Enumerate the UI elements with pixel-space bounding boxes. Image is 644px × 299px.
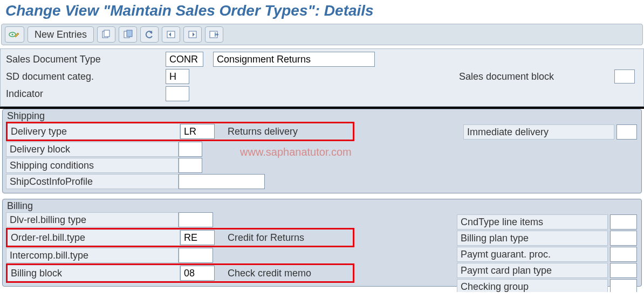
delivery-type-label: Delivery type [8, 124, 180, 139]
paymt-guarant-proc-input[interactable] [610, 247, 637, 262]
undo-button[interactable] [140, 26, 159, 43]
shipping-conditions-input[interactable] [179, 158, 202, 173]
immediate-delivery-input[interactable] [616, 124, 637, 140]
shipping-section-title: Shipping [3, 109, 641, 122]
previous-entry-button[interactable] [162, 26, 180, 43]
sales-doc-type-code-input[interactable] [166, 52, 203, 67]
billing-section-title: Billing [3, 199, 641, 212]
shipping-conditions-label: Shipping conditions [6, 158, 179, 173]
sales-doc-block-label: Sales document block [459, 71, 610, 82]
checking-group-input[interactable] [610, 279, 637, 292]
page-title: Change View "Maintain Sales Order Types"… [0, 0, 644, 24]
paymt-card-plan-type-input[interactable] [610, 263, 637, 278]
header-block: Sales Document Type SD document categ. S… [0, 48, 644, 107]
dlv-rel-bill-type-label: Dlv-rel.billing type [6, 212, 179, 227]
delete-button[interactable] [119, 26, 137, 43]
paymt-guarant-proc-label: Paymt guarant. proc. [457, 247, 608, 262]
delivery-block-input[interactable] [179, 142, 202, 157]
sd-doc-categ-input[interactable] [166, 69, 189, 84]
immediate-delivery-label: Immediate delivery [463, 124, 614, 140]
billing-block-label: Billing block [8, 266, 180, 281]
cndtype-line-items-label: CndType line items [457, 214, 608, 230]
delivery-type-desc: Returns delivery [224, 126, 301, 137]
billing-section: Billing Dlv-rel.billing type Order-rel.b… [2, 199, 642, 287]
intercomp-bill-type-input[interactable] [179, 248, 213, 263]
indicator-label: Indicator [4, 88, 166, 100]
order-rel-bill-type-label: Order-rel.bill.type [8, 230, 180, 245]
sd-doc-categ-label: SD document categ. [4, 71, 166, 82]
shipcost-profile-label: ShipCostInfoProfile [6, 174, 179, 189]
sales-doc-block-input[interactable] [614, 69, 635, 84]
other-entry-button[interactable] [205, 26, 223, 43]
order-rel-bill-type-input[interactable] [180, 230, 215, 245]
sales-doc-type-label: Sales Document Type [4, 54, 166, 65]
delivery-type-input[interactable] [180, 124, 215, 139]
order-rel-bill-type-desc: Credit for Returns [224, 232, 307, 244]
toolbar: New Entries [1, 24, 643, 45]
delivery-block-label: Delivery block [6, 142, 179, 157]
paymt-card-plan-type-label: Paymt card plan type [457, 263, 608, 278]
intercomp-bill-type-label: Intercomp.bill.type [6, 248, 179, 263]
indicator-input[interactable] [166, 86, 189, 101]
shipcost-profile-input[interactable] [179, 174, 265, 189]
cndtype-line-items-input[interactable] [610, 214, 637, 230]
svg-rect-5 [127, 30, 132, 37]
billing-plan-type-label: Billing plan type [457, 231, 608, 246]
svg-point-1 [12, 34, 13, 36]
sales-doc-type-desc-input[interactable] [213, 52, 375, 67]
checking-group-label: Checking group [457, 279, 608, 292]
billing-right-column: CndType line items Billing plan type Pay… [457, 214, 637, 292]
billing-block-input[interactable] [180, 266, 215, 281]
billing-block-desc: Check credit memo [224, 268, 314, 279]
copy-as-button[interactable] [97, 26, 115, 43]
billing-plan-type-input[interactable] [610, 231, 637, 246]
shipping-section: Shipping Delivery type Returns delivery … [2, 109, 642, 193]
toggle-display-change-button[interactable] [5, 26, 24, 43]
dlv-rel-bill-type-input[interactable] [179, 212, 213, 227]
next-entry-button[interactable] [183, 26, 202, 43]
svg-rect-3 [104, 30, 109, 37]
new-entries-button[interactable]: New Entries [28, 26, 94, 43]
